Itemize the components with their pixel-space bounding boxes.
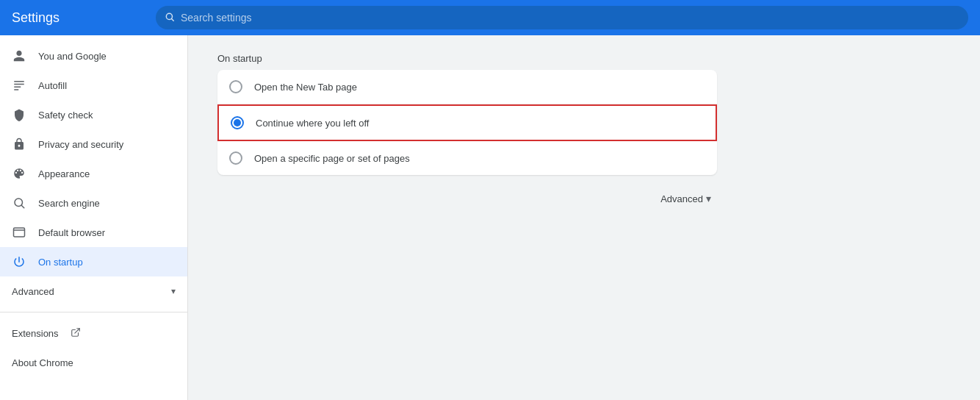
sidebar-item-appearance[interactable]: Appearance	[0, 159, 187, 188]
svg-line-1	[172, 18, 174, 21]
option-specific-page[interactable]: Open a specific page or set of pages	[217, 141, 717, 175]
option-new-tab[interactable]: Open the New Tab page	[217, 70, 717, 104]
sidebar-item-about-chrome[interactable]: About Chrome	[0, 348, 187, 377]
section-label: On startup	[217, 53, 951, 64]
option-specific-page-label: Open a specific page or set of pages	[254, 153, 410, 164]
content-area: On startup Open the New Tab page Continu…	[188, 35, 980, 400]
sidebar-about-chrome-label: About Chrome	[12, 357, 176, 368]
sidebar-item-privacy-security[interactable]: Privacy and security	[0, 129, 187, 159]
palette-icon	[12, 166, 26, 181]
svg-point-6	[15, 199, 23, 207]
search-input[interactable]	[181, 12, 959, 24]
sidebar-item-extensions[interactable]: Extensions	[0, 318, 187, 348]
sidebar-item-safety-check[interactable]: Safety check	[0, 100, 187, 129]
lock-icon	[12, 137, 26, 151]
sidebar-item-label-privacy-security: Privacy and security	[38, 139, 176, 150]
option-continue[interactable]: Continue where you left off	[217, 104, 717, 141]
search-engine-icon	[12, 196, 26, 210]
person-icon	[12, 49, 26, 63]
radio-continue-dot	[234, 119, 241, 126]
radio-specific-page[interactable]	[229, 151, 242, 165]
autofill-icon	[12, 78, 26, 93]
advanced-button-label: Advanced	[660, 193, 703, 204]
browser-icon	[12, 225, 26, 240]
chevron-down-icon: ▾	[171, 286, 176, 296]
radio-new-tab[interactable]	[229, 80, 242, 93]
external-link-icon	[71, 327, 81, 340]
sidebar: You and Google Autofill Safety check Pri…	[0, 35, 188, 400]
svg-rect-5	[14, 89, 18, 90]
sidebar-item-label-appearance: Appearance	[38, 168, 176, 179]
sidebar-item-label-default-browser: Default browser	[38, 227, 176, 238]
sidebar-item-on-startup[interactable]: On startup	[0, 247, 187, 276]
page-title: Settings	[12, 10, 144, 26]
svg-rect-8	[14, 228, 25, 237]
advanced-chevron-icon: ▾	[706, 193, 711, 204]
startup-options-card: Open the New Tab page Continue where you…	[217, 70, 717, 175]
sidebar-item-label-search-engine: Search engine	[38, 198, 176, 209]
sidebar-advanced-label: Advanced	[12, 286, 54, 297]
sidebar-item-label-on-startup: On startup	[38, 257, 176, 268]
sidebar-item-default-browser[interactable]: Default browser	[0, 218, 187, 247]
sidebar-extensions-label: Extensions	[12, 328, 59, 339]
svg-line-7	[21, 205, 24, 207]
option-continue-label: Continue where you left off	[256, 118, 369, 129]
sidebar-item-label-you-and-google: You and Google	[38, 51, 176, 62]
option-new-tab-label: Open the New Tab page	[254, 82, 357, 93]
sidebar-item-you-and-google[interactable]: You and Google	[0, 41, 187, 71]
sidebar-item-label-safety-check: Safety check	[38, 110, 176, 121]
sidebar-item-label-autofill: Autofill	[38, 80, 176, 91]
advanced-button-row[interactable]: Advanced ▾	[217, 193, 717, 204]
shield-icon	[12, 107, 26, 122]
sidebar-item-autofill[interactable]: Autofill	[0, 71, 187, 100]
svg-rect-3	[14, 84, 24, 85]
svg-rect-2	[14, 81, 24, 82]
search-icon	[165, 12, 175, 24]
radio-continue[interactable]	[231, 116, 244, 129]
search-bar[interactable]	[156, 6, 968, 29]
svg-line-10	[74, 328, 79, 332]
sidebar-item-search-engine[interactable]: Search engine	[0, 188, 187, 218]
sidebar-divider	[0, 312, 187, 312]
main-layout: You and Google Autofill Safety check Pri…	[0, 35, 980, 400]
power-icon	[12, 254, 26, 269]
header: Settings	[0, 0, 980, 35]
sidebar-advanced-section[interactable]: Advanced ▾	[0, 276, 187, 306]
svg-rect-4	[14, 87, 21, 88]
